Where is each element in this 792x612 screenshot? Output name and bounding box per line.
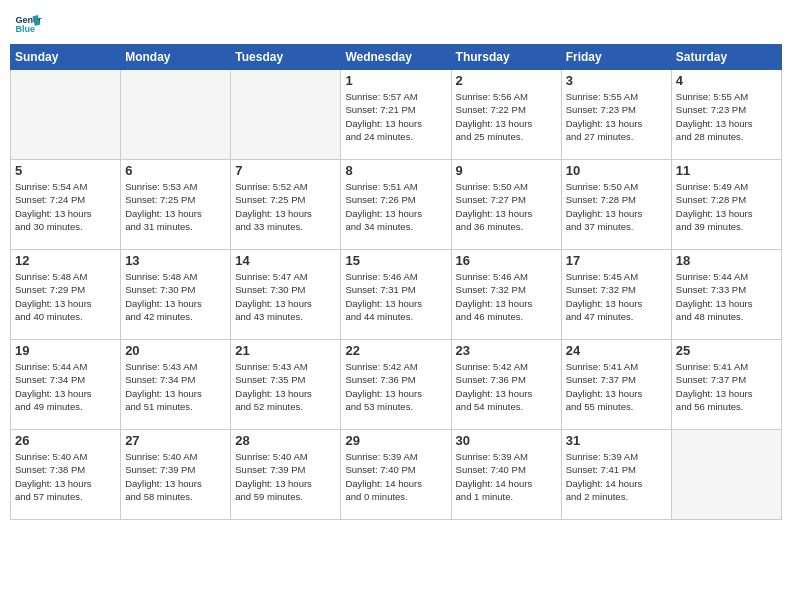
calendar-cell: 3Sunrise: 5:55 AM Sunset: 7:23 PM Daylig… [561, 70, 671, 160]
day-info: Sunrise: 5:43 AM Sunset: 7:35 PM Dayligh… [235, 360, 336, 413]
day-number: 14 [235, 253, 336, 268]
day-info: Sunrise: 5:40 AM Sunset: 7:39 PM Dayligh… [125, 450, 226, 503]
calendar-cell: 28Sunrise: 5:40 AM Sunset: 7:39 PM Dayli… [231, 430, 341, 520]
day-info: Sunrise: 5:39 AM Sunset: 7:41 PM Dayligh… [566, 450, 667, 503]
calendar-cell: 21Sunrise: 5:43 AM Sunset: 7:35 PM Dayli… [231, 340, 341, 430]
day-number: 13 [125, 253, 226, 268]
calendar-cell: 25Sunrise: 5:41 AM Sunset: 7:37 PM Dayli… [671, 340, 781, 430]
calendar-cell: 20Sunrise: 5:43 AM Sunset: 7:34 PM Dayli… [121, 340, 231, 430]
day-number: 8 [345, 163, 446, 178]
day-number: 9 [456, 163, 557, 178]
calendar-week-row: 12Sunrise: 5:48 AM Sunset: 7:29 PM Dayli… [11, 250, 782, 340]
calendar-week-row: 19Sunrise: 5:44 AM Sunset: 7:34 PM Dayli… [11, 340, 782, 430]
calendar-cell: 31Sunrise: 5:39 AM Sunset: 7:41 PM Dayli… [561, 430, 671, 520]
calendar-cell: 6Sunrise: 5:53 AM Sunset: 7:25 PM Daylig… [121, 160, 231, 250]
calendar-cell: 1Sunrise: 5:57 AM Sunset: 7:21 PM Daylig… [341, 70, 451, 160]
day-of-week-header: Monday [121, 45, 231, 70]
calendar-cell: 29Sunrise: 5:39 AM Sunset: 7:40 PM Dayli… [341, 430, 451, 520]
day-number: 1 [345, 73, 446, 88]
calendar-cell: 19Sunrise: 5:44 AM Sunset: 7:34 PM Dayli… [11, 340, 121, 430]
day-number: 22 [345, 343, 446, 358]
svg-text:Blue: Blue [15, 24, 35, 34]
day-info: Sunrise: 5:52 AM Sunset: 7:25 PM Dayligh… [235, 180, 336, 233]
day-number: 24 [566, 343, 667, 358]
calendar-cell: 5Sunrise: 5:54 AM Sunset: 7:24 PM Daylig… [11, 160, 121, 250]
calendar-week-row: 5Sunrise: 5:54 AM Sunset: 7:24 PM Daylig… [11, 160, 782, 250]
day-info: Sunrise: 5:47 AM Sunset: 7:30 PM Dayligh… [235, 270, 336, 323]
day-number: 11 [676, 163, 777, 178]
day-number: 19 [15, 343, 116, 358]
day-info: Sunrise: 5:40 AM Sunset: 7:38 PM Dayligh… [15, 450, 116, 503]
calendar-cell: 24Sunrise: 5:41 AM Sunset: 7:37 PM Dayli… [561, 340, 671, 430]
calendar-cell: 11Sunrise: 5:49 AM Sunset: 7:28 PM Dayli… [671, 160, 781, 250]
calendar-cell: 7Sunrise: 5:52 AM Sunset: 7:25 PM Daylig… [231, 160, 341, 250]
day-number: 20 [125, 343, 226, 358]
day-info: Sunrise: 5:55 AM Sunset: 7:23 PM Dayligh… [566, 90, 667, 143]
calendar-cell: 16Sunrise: 5:46 AM Sunset: 7:32 PM Dayli… [451, 250, 561, 340]
calendar-cell [671, 430, 781, 520]
logo: General Blue [14, 10, 46, 38]
calendar-table: SundayMondayTuesdayWednesdayThursdayFrid… [10, 44, 782, 520]
day-number: 4 [676, 73, 777, 88]
day-info: Sunrise: 5:42 AM Sunset: 7:36 PM Dayligh… [456, 360, 557, 413]
day-number: 21 [235, 343, 336, 358]
day-info: Sunrise: 5:53 AM Sunset: 7:25 PM Dayligh… [125, 180, 226, 233]
day-of-week-header: Friday [561, 45, 671, 70]
calendar-cell: 2Sunrise: 5:56 AM Sunset: 7:22 PM Daylig… [451, 70, 561, 160]
day-number: 27 [125, 433, 226, 448]
day-of-week-header: Thursday [451, 45, 561, 70]
day-number: 12 [15, 253, 116, 268]
day-info: Sunrise: 5:39 AM Sunset: 7:40 PM Dayligh… [345, 450, 446, 503]
day-number: 25 [676, 343, 777, 358]
day-number: 23 [456, 343, 557, 358]
calendar-week-row: 26Sunrise: 5:40 AM Sunset: 7:38 PM Dayli… [11, 430, 782, 520]
calendar-cell: 17Sunrise: 5:45 AM Sunset: 7:32 PM Dayli… [561, 250, 671, 340]
day-number: 26 [15, 433, 116, 448]
calendar-cell: 12Sunrise: 5:48 AM Sunset: 7:29 PM Dayli… [11, 250, 121, 340]
day-number: 16 [456, 253, 557, 268]
day-info: Sunrise: 5:44 AM Sunset: 7:33 PM Dayligh… [676, 270, 777, 323]
calendar-cell: 13Sunrise: 5:48 AM Sunset: 7:30 PM Dayli… [121, 250, 231, 340]
day-info: Sunrise: 5:48 AM Sunset: 7:29 PM Dayligh… [15, 270, 116, 323]
day-info: Sunrise: 5:51 AM Sunset: 7:26 PM Dayligh… [345, 180, 446, 233]
day-number: 29 [345, 433, 446, 448]
day-info: Sunrise: 5:40 AM Sunset: 7:39 PM Dayligh… [235, 450, 336, 503]
day-info: Sunrise: 5:55 AM Sunset: 7:23 PM Dayligh… [676, 90, 777, 143]
day-info: Sunrise: 5:46 AM Sunset: 7:31 PM Dayligh… [345, 270, 446, 323]
day-info: Sunrise: 5:45 AM Sunset: 7:32 PM Dayligh… [566, 270, 667, 323]
day-info: Sunrise: 5:42 AM Sunset: 7:36 PM Dayligh… [345, 360, 446, 413]
calendar-cell: 30Sunrise: 5:39 AM Sunset: 7:40 PM Dayli… [451, 430, 561, 520]
day-info: Sunrise: 5:41 AM Sunset: 7:37 PM Dayligh… [566, 360, 667, 413]
day-info: Sunrise: 5:54 AM Sunset: 7:24 PM Dayligh… [15, 180, 116, 233]
calendar-cell: 10Sunrise: 5:50 AM Sunset: 7:28 PM Dayli… [561, 160, 671, 250]
day-number: 6 [125, 163, 226, 178]
calendar-body: 1Sunrise: 5:57 AM Sunset: 7:21 PM Daylig… [11, 70, 782, 520]
calendar-header-row: SundayMondayTuesdayWednesdayThursdayFrid… [11, 45, 782, 70]
day-number: 18 [676, 253, 777, 268]
day-info: Sunrise: 5:43 AM Sunset: 7:34 PM Dayligh… [125, 360, 226, 413]
calendar-cell [11, 70, 121, 160]
day-info: Sunrise: 5:41 AM Sunset: 7:37 PM Dayligh… [676, 360, 777, 413]
calendar-cell: 27Sunrise: 5:40 AM Sunset: 7:39 PM Dayli… [121, 430, 231, 520]
day-number: 7 [235, 163, 336, 178]
day-number: 10 [566, 163, 667, 178]
calendar-cell: 15Sunrise: 5:46 AM Sunset: 7:31 PM Dayli… [341, 250, 451, 340]
calendar-cell: 22Sunrise: 5:42 AM Sunset: 7:36 PM Dayli… [341, 340, 451, 430]
day-info: Sunrise: 5:57 AM Sunset: 7:21 PM Dayligh… [345, 90, 446, 143]
calendar-cell [231, 70, 341, 160]
day-number: 28 [235, 433, 336, 448]
day-info: Sunrise: 5:49 AM Sunset: 7:28 PM Dayligh… [676, 180, 777, 233]
calendar-cell: 9Sunrise: 5:50 AM Sunset: 7:27 PM Daylig… [451, 160, 561, 250]
calendar-cell [121, 70, 231, 160]
day-of-week-header: Saturday [671, 45, 781, 70]
day-info: Sunrise: 5:50 AM Sunset: 7:28 PM Dayligh… [566, 180, 667, 233]
calendar-week-row: 1Sunrise: 5:57 AM Sunset: 7:21 PM Daylig… [11, 70, 782, 160]
calendar-cell: 18Sunrise: 5:44 AM Sunset: 7:33 PM Dayli… [671, 250, 781, 340]
calendar-cell: 26Sunrise: 5:40 AM Sunset: 7:38 PM Dayli… [11, 430, 121, 520]
day-number: 3 [566, 73, 667, 88]
day-of-week-header: Wednesday [341, 45, 451, 70]
calendar-cell: 8Sunrise: 5:51 AM Sunset: 7:26 PM Daylig… [341, 160, 451, 250]
day-info: Sunrise: 5:44 AM Sunset: 7:34 PM Dayligh… [15, 360, 116, 413]
day-number: 2 [456, 73, 557, 88]
calendar-cell: 14Sunrise: 5:47 AM Sunset: 7:30 PM Dayli… [231, 250, 341, 340]
